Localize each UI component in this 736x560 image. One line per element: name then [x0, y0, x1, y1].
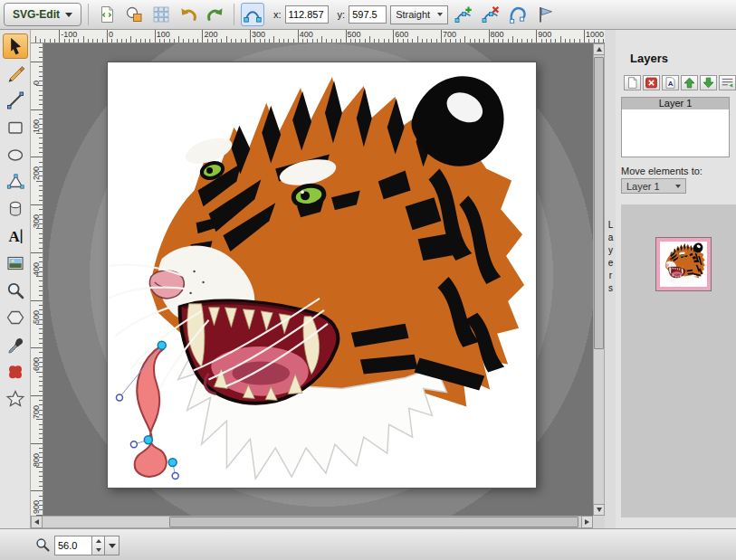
wireframe-button[interactable]	[122, 3, 146, 26]
scroll-left-button[interactable]	[31, 516, 43, 528]
reorient-path-button[interactable]	[533, 3, 557, 26]
redo-button[interactable]	[204, 3, 227, 26]
star-icon	[5, 389, 25, 409]
text-tool[interactable]: A	[3, 223, 28, 249]
chevron-down-icon	[109, 544, 116, 548]
rectangle-tool[interactable]	[3, 115, 28, 140]
y-input[interactable]	[349, 5, 387, 24]
linked-nodes-icon	[243, 5, 263, 24]
undo-button[interactable]	[177, 3, 200, 26]
edit-source-button[interactable]	[95, 3, 119, 26]
zoom-tool[interactable]	[3, 278, 28, 303]
scroll-right-button[interactable]	[581, 516, 593, 528]
zoom-presets-button[interactable]	[105, 536, 119, 555]
path-edit-overlay	[116, 341, 178, 479]
zoom-input[interactable]	[54, 536, 92, 555]
open-path-button[interactable]	[506, 3, 530, 26]
grid-button[interactable]	[149, 3, 173, 26]
ruler-horizontal: -10001002003004005006007008009001000	[31, 30, 605, 43]
status-bar	[0, 528, 736, 560]
red-clover-icon	[5, 362, 25, 382]
move-layer-down-button[interactable]	[700, 75, 717, 90]
scroll-down-button[interactable]	[593, 504, 605, 516]
node-plus-icon	[454, 5, 473, 24]
select-tool[interactable]	[3, 33, 28, 59]
tools-palette: A	[0, 30, 31, 528]
move-layer-up-button[interactable]	[681, 75, 698, 90]
cylinder-icon	[5, 199, 25, 219]
app-logo: SVG-Edit	[13, 8, 60, 21]
zoom-control	[54, 536, 119, 555]
node-x-icon	[481, 5, 501, 24]
canvas-workspace[interactable]	[43, 43, 593, 516]
scrollbar-corner	[593, 516, 605, 528]
star-tool[interactable]	[3, 386, 28, 412]
green-arrow-down-icon	[701, 75, 716, 90]
control-handle[interactable]	[116, 394, 122, 401]
arrow-left-icon	[34, 519, 39, 525]
rename-layer-button[interactable]: A	[662, 75, 679, 90]
image-tool[interactable]	[3, 251, 28, 276]
delete-node-button[interactable]	[479, 3, 502, 26]
thumbnail-image	[660, 242, 707, 287]
tiger-artwork	[108, 76, 524, 479]
move-to-layer-value: Layer 1	[626, 181, 660, 192]
zoom-spinner	[92, 536, 105, 555]
chevron-down-icon	[675, 185, 681, 188]
new-page-icon	[625, 75, 640, 90]
delete-layer-button[interactable]	[643, 75, 660, 90]
open-curve-icon	[508, 5, 528, 24]
chevron-down-icon	[437, 13, 443, 16]
svg-canvas[interactable]	[107, 62, 537, 489]
line-tool[interactable]	[3, 88, 28, 113]
line-icon	[5, 90, 25, 110]
green-arrow-up-icon	[682, 75, 697, 90]
layer-list[interactable]	[621, 109, 730, 157]
redo-arrow-icon	[206, 5, 225, 24]
control-handle[interactable]	[130, 441, 137, 448]
layers-panel-handle[interactable]: Layers	[606, 220, 616, 296]
rename-a-icon: A	[663, 75, 678, 90]
new-layer-button[interactable]	[624, 75, 641, 90]
toolbar-divider	[234, 4, 234, 25]
grid-icon	[151, 5, 171, 24]
magnifier-icon	[5, 280, 25, 300]
horizontal-scroll-thumb[interactable]	[169, 517, 578, 527]
path-tool[interactable]	[3, 169, 28, 195]
ellipse-icon	[5, 145, 25, 165]
x-input[interactable]	[285, 5, 329, 24]
edited-path[interactable]	[135, 346, 167, 477]
pencil-tool[interactable]	[3, 61, 28, 86]
layer-buttons-row: A	[624, 75, 736, 90]
main-menu-button[interactable]: SVG-Edit	[4, 3, 81, 26]
layers-panel: Layers A Layer 1 Move elements to:	[616, 30, 736, 560]
layer-thumbnail[interactable]	[655, 237, 712, 291]
zoom-decrease-button[interactable]	[92, 546, 104, 555]
path-node[interactable]	[144, 436, 152, 444]
arrow-up-icon	[96, 539, 101, 543]
cylinder-tool[interactable]	[3, 196, 28, 222]
merge-layer-button[interactable]	[719, 75, 736, 90]
shape-library-tool[interactable]	[3, 359, 28, 384]
move-to-layer-select[interactable]: Layer 1	[621, 178, 686, 194]
control-handle[interactable]	[172, 473, 178, 479]
path-node[interactable]	[158, 341, 166, 349]
move-elements-label: Move elements to:	[621, 166, 703, 176]
picture-icon	[5, 253, 25, 273]
add-node-button[interactable]	[452, 3, 475, 26]
eyedropper-tool[interactable]	[3, 332, 28, 357]
merge-list-icon	[720, 75, 735, 90]
segment-type-select[interactable]: Straight	[390, 5, 448, 24]
path-node[interactable]	[168, 459, 177, 467]
zoom-increase-button[interactable]	[92, 536, 104, 546]
panel-gutter: Layers	[605, 30, 616, 528]
layer-list-header[interactable]: Layer 1	[621, 97, 730, 110]
link-control-points-toggle[interactable]	[241, 3, 264, 26]
scroll-up-button[interactable]	[593, 43, 605, 55]
vertical-scroll-thumb[interactable]	[594, 57, 604, 349]
drawing	[108, 62, 536, 488]
polygon-tool[interactable]	[3, 305, 28, 330]
arrow-down-icon	[597, 508, 602, 512]
ellipse-tool[interactable]	[3, 142, 28, 167]
select-arrow-icon	[5, 36, 25, 56]
